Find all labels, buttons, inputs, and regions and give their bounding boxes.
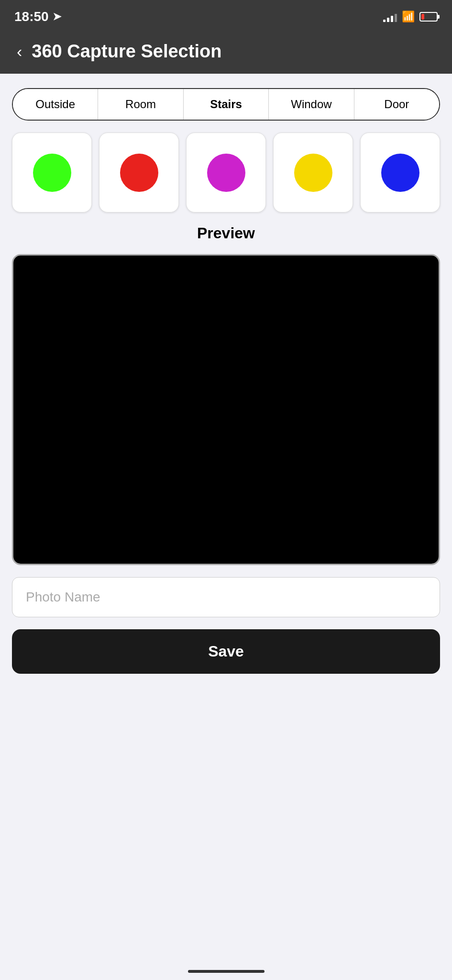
save-button[interactable]: Save (12, 629, 440, 674)
tab-selector: Outside Room Stairs Window Door (12, 88, 440, 121)
tab-outside[interactable]: Outside (13, 89, 98, 120)
swatch-green[interactable] (12, 133, 92, 212)
wifi-icon: 📶 (402, 11, 415, 23)
photo-name-input[interactable] (12, 577, 440, 617)
tab-window[interactable]: Window (269, 89, 354, 120)
swatch-red[interactable] (99, 133, 179, 212)
preview-label: Preview (12, 224, 440, 242)
color-circle-green (33, 154, 71, 192)
nav-header: ‹ 360 Capture Selection (0, 33, 452, 74)
tab-stairs[interactable]: Stairs (184, 89, 269, 120)
swatch-yellow[interactable] (273, 133, 353, 212)
location-icon: ➤ (53, 11, 61, 23)
page-title: 360 Capture Selection (32, 41, 221, 62)
preview-frame (12, 254, 440, 565)
color-circle-yellow (294, 154, 332, 192)
swatch-magenta[interactable] (186, 133, 266, 212)
tab-door[interactable]: Door (354, 89, 439, 120)
main-content: Outside Room Stairs Window Door Preview … (0, 74, 452, 960)
preview-viewport (13, 256, 439, 564)
time-display: 18:50 (14, 9, 49, 24)
color-swatches (12, 133, 440, 212)
color-circle-red (120, 154, 158, 192)
status-time: 18:50 ➤ (14, 9, 61, 24)
status-icons: 📶 (383, 11, 438, 23)
status-bar: 18:50 ➤ 📶 (0, 0, 452, 33)
home-bar (188, 970, 265, 973)
color-circle-magenta (207, 154, 245, 192)
swatch-blue[interactable] (360, 133, 440, 212)
battery-icon (419, 12, 438, 22)
home-indicator (0, 960, 452, 980)
tab-room[interactable]: Room (98, 89, 183, 120)
back-button[interactable]: ‹ (14, 41, 24, 62)
color-circle-blue (381, 154, 419, 192)
signal-icon (383, 11, 397, 22)
